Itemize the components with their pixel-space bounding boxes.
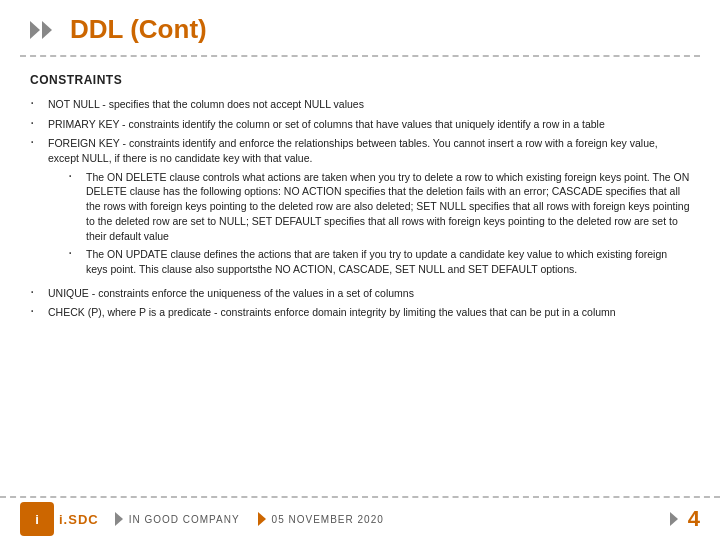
footer-arrow2-icon bbox=[258, 512, 266, 526]
chevron-left-icon bbox=[30, 21, 40, 39]
section-title: CONSTRAINTS bbox=[30, 73, 690, 87]
bullet-text: CHECK (P), where P is a predicate - cons… bbox=[48, 305, 690, 320]
footer-company: IN GOOD COMPANY bbox=[129, 514, 240, 525]
bullet-text: UNIQUE - constraints enforce the uniquen… bbox=[48, 286, 690, 301]
bullet-dot: · bbox=[30, 95, 42, 111]
logo-text: i.SDC bbox=[59, 512, 99, 527]
footer-date: 05 NOVEMBER 2020 bbox=[272, 514, 670, 525]
bullet-dot: · bbox=[30, 284, 42, 300]
chevron-right-icon bbox=[42, 21, 52, 39]
bullet-dot: · bbox=[30, 303, 42, 319]
bullet-dot: · bbox=[30, 134, 42, 150]
footer: i i.SDC IN GOOD COMPANY 05 NOVEMBER 2020… bbox=[0, 496, 720, 540]
top-divider bbox=[20, 55, 700, 57]
list-item: · PRIMARY KEY - constraints identify the… bbox=[30, 117, 690, 132]
sub-list: · The ON DELETE clause controls what act… bbox=[68, 170, 690, 277]
list-item: · The ON DELETE clause controls what act… bbox=[68, 170, 690, 243]
list-item: · The ON UPDATE clause defines the actio… bbox=[68, 247, 690, 276]
bullet-dot: · bbox=[30, 115, 42, 131]
bullet-text: PRIMARY KEY - constraints identify the c… bbox=[48, 117, 690, 132]
bullet-text: FOREIGN KEY - constraints identify and e… bbox=[48, 136, 690, 280]
main-content: CONSTRAINTS · NOT NULL - specifies that … bbox=[0, 69, 720, 320]
list-item: · NOT NULL - specifies that the column d… bbox=[30, 97, 690, 112]
list-item: · FOREIGN KEY - constraints identify and… bbox=[30, 136, 690, 280]
footer-logo: i i.SDC bbox=[20, 502, 99, 536]
footer-page-number: 4 bbox=[688, 506, 700, 532]
list-item: · UNIQUE - constraints enforce the uniqu… bbox=[30, 286, 690, 301]
footer-arrow-icon bbox=[115, 512, 123, 526]
sub-bullet-text: The ON UPDATE clause defines the actions… bbox=[86, 247, 690, 276]
header-icon bbox=[30, 21, 52, 39]
header: DDL (Cont) bbox=[0, 0, 720, 55]
page-title: DDL (Cont) bbox=[70, 14, 207, 45]
logo-box: i bbox=[20, 502, 54, 536]
list-item: · CHECK (P), where P is a predicate - co… bbox=[30, 305, 690, 320]
sub-bullet-dot: · bbox=[68, 245, 80, 261]
sub-bullet-dot: · bbox=[68, 168, 80, 184]
footer-arrow3-icon bbox=[670, 512, 678, 526]
sub-bullet-text: The ON DELETE clause controls what actio… bbox=[86, 170, 690, 243]
bullet-text: NOT NULL - specifies that the column doe… bbox=[48, 97, 690, 112]
constraints-list: · NOT NULL - specifies that the column d… bbox=[30, 97, 690, 320]
